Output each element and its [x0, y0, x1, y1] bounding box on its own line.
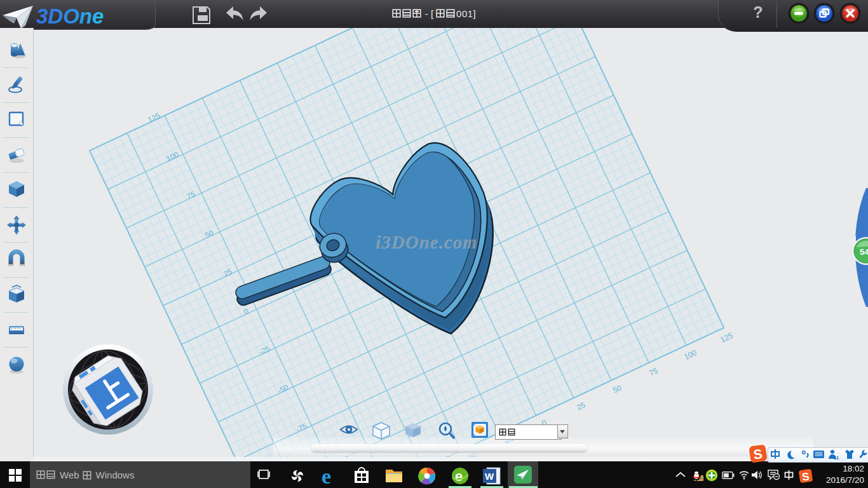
svg-text:e: e — [455, 468, 463, 484]
svg-text:W: W — [485, 471, 494, 482]
svg-text:54: 54 — [860, 247, 868, 257]
svg-text:11: 11 — [834, 455, 839, 460]
